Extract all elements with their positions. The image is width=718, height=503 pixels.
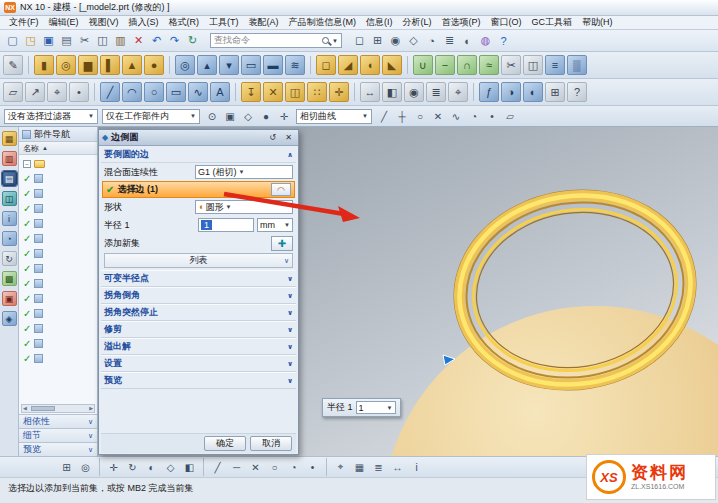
- navigator-tree-row[interactable]: ✓: [19, 306, 97, 321]
- snap-tangent-icon[interactable]: ∿: [448, 108, 464, 124]
- snap-quadrant-icon[interactable]: ◔: [466, 108, 482, 124]
- menu-item-7[interactable]: 产品制造信息(M): [284, 16, 362, 29]
- checkbox-checked-icon[interactable]: ✓: [23, 279, 31, 289]
- hd3d-tools-icon[interactable]: i: [2, 211, 17, 226]
- show-hide-objects-icon[interactable]: ◉: [404, 82, 424, 102]
- constraint-navigator-icon[interactable]: ▥: [2, 151, 17, 166]
- help-icon[interactable]: ?: [495, 32, 512, 49]
- navigator-tree-row[interactable]: −: [19, 156, 97, 171]
- checkbox-checked-icon[interactable]: ✓: [23, 204, 31, 214]
- pattern-feature-icon[interactable]: ∷: [307, 82, 327, 102]
- undo-icon[interactable]: ↶: [148, 32, 165, 49]
- object-display-edit-icon[interactable]: ◑: [501, 82, 521, 102]
- touch-mode-icon[interactable]: ◻: [351, 32, 368, 49]
- redo-icon[interactable]: ↷: [166, 32, 183, 49]
- open-file-icon[interactable]: ◳: [22, 32, 39, 49]
- snap-intersection-icon[interactable]: ✕: [430, 108, 446, 124]
- menu-item-9[interactable]: 分析(L): [398, 16, 437, 29]
- dialog-section-overflow-resolution[interactable]: 溢出解∨: [101, 338, 296, 355]
- snap-point-icon[interactable]: •: [304, 459, 321, 476]
- wireframe-view-icon[interactable]: ◇: [162, 459, 179, 476]
- fit-view-icon[interactable]: ⊞: [58, 459, 75, 476]
- arc-icon[interactable]: ◠: [122, 82, 142, 102]
- select-edge-icon[interactable]: ◇: [240, 108, 256, 124]
- cylinder-icon[interactable]: ▌: [100, 55, 120, 75]
- info-icon[interactable]: i: [408, 459, 425, 476]
- help-context-icon[interactable]: ?: [567, 82, 587, 102]
- subtract-icon[interactable]: −: [435, 55, 455, 75]
- snap-midpoint-icon[interactable]: ─: [228, 459, 245, 476]
- dialog-section-corner-setback[interactable]: 拐角倒角∨: [101, 287, 296, 304]
- snapshot-icon[interactable]: ◔: [423, 32, 440, 49]
- wcs-icon[interactable]: ⌖: [332, 459, 349, 476]
- snap-endpoint-icon[interactable]: ╱: [209, 459, 226, 476]
- select-face-icon[interactable]: ▣: [222, 108, 238, 124]
- block-icon[interactable]: ▆: [78, 55, 98, 75]
- navigator-tree-row[interactable]: ✓: [19, 291, 97, 306]
- snap-quadrant-icon[interactable]: ◔: [285, 459, 302, 476]
- snap-endpoint-icon[interactable]: ╱: [376, 108, 392, 124]
- revolve-icon[interactable]: ◎: [56, 55, 76, 75]
- section-view-icon[interactable]: ◧: [181, 459, 198, 476]
- internet-explorer-icon[interactable]: ◔: [2, 231, 17, 246]
- pan-icon[interactable]: ✛: [105, 459, 122, 476]
- layer-visible-icon[interactable]: ≣: [370, 459, 387, 476]
- navigator-tree-row[interactable]: ✓: [19, 216, 97, 231]
- trim-body-icon[interactable]: ✂: [501, 55, 521, 75]
- show-hide-icon[interactable]: ◉: [387, 32, 404, 49]
- dialog-header[interactable]: ◆ 边倒圆 ↺ ✕: [99, 130, 298, 146]
- checkbox-checked-icon[interactable]: ✓: [23, 309, 31, 319]
- menu-item-11[interactable]: 窗口(O): [486, 16, 527, 29]
- edge-blend-icon[interactable]: ◖: [360, 55, 380, 75]
- menu-item-4[interactable]: 格式(R): [164, 16, 205, 29]
- copy-icon[interactable]: ◫: [94, 32, 111, 49]
- menu-item-8[interactable]: 信息(I): [361, 16, 398, 29]
- snap-center-icon[interactable]: ○: [412, 108, 428, 124]
- new-file-icon[interactable]: ▢: [4, 32, 21, 49]
- measure-distance-icon[interactable]: ↔: [360, 82, 380, 102]
- menu-item-6[interactable]: 装配(A): [244, 16, 284, 29]
- checkbox-checked-icon[interactable]: ✓: [23, 249, 31, 259]
- sphere-icon[interactable]: ●: [144, 55, 164, 75]
- navigator-tree-row[interactable]: ✓: [19, 186, 97, 201]
- checkbox-checked-icon[interactable]: ✓: [23, 294, 31, 304]
- checkbox-checked-icon[interactable]: ✓: [23, 339, 31, 349]
- menu-item-5[interactable]: 工具(T): [204, 16, 244, 29]
- datum-csys-icon[interactable]: ⌖: [47, 82, 67, 102]
- menu-item-3[interactable]: 插入(S): [124, 16, 164, 29]
- intersection-curve-icon[interactable]: ✕: [263, 82, 283, 102]
- shape-dropdown[interactable]: ◖ 圆形 ▼: [195, 200, 293, 214]
- shaded-view-icon[interactable]: ◐: [143, 459, 160, 476]
- cancel-button[interactable]: 取消: [250, 436, 292, 451]
- command-finder-combo[interactable]: 查找命令 ▼: [210, 33, 342, 48]
- point-icon[interactable]: •: [69, 82, 89, 102]
- repeat-command-icon[interactable]: ↻: [184, 32, 201, 49]
- chamfer-icon[interactable]: ◣: [382, 55, 402, 75]
- scroll-left-icon[interactable]: ◀: [23, 405, 27, 412]
- navigator-tree-row[interactable]: ✓: [19, 276, 97, 291]
- boss-icon[interactable]: ▴: [197, 55, 217, 75]
- text-icon[interactable]: A: [210, 82, 230, 102]
- navigator-tree-row[interactable]: ✓: [19, 201, 97, 216]
- menu-item-0[interactable]: 文件(F): [4, 16, 44, 29]
- tree-expander-icon[interactable]: −: [23, 160, 31, 168]
- orient-view-icon[interactable]: ◇: [405, 32, 422, 49]
- checkbox-checked-icon[interactable]: ✓: [23, 264, 31, 274]
- offset-surface-icon[interactable]: ≡: [545, 55, 565, 75]
- project-curve-icon[interactable]: ↧: [241, 82, 261, 102]
- scrollbar-thumb[interactable]: [31, 406, 55, 411]
- assembly-navigator-icon[interactable]: ▦: [2, 131, 17, 146]
- curve-rule-dropdown[interactable]: 相切曲线 ▼: [296, 109, 372, 124]
- expressions-icon[interactable]: ƒ: [479, 82, 499, 102]
- thicken-icon[interactable]: ▒: [567, 55, 587, 75]
- snap-existing-point-icon[interactable]: •: [484, 108, 500, 124]
- sew-icon[interactable]: ≈: [479, 55, 499, 75]
- add-new-set-button[interactable]: ✚: [271, 236, 293, 251]
- menu-item-13[interactable]: 帮助(H): [577, 16, 618, 29]
- dialog-section-stop-short-of-corner[interactable]: 拐角突然停止∨: [101, 304, 296, 321]
- section-edges-to-blend[interactable]: 要倒圆的边 ∧: [101, 147, 296, 163]
- layer-icon[interactable]: ≣: [426, 82, 446, 102]
- navigator-tree-row[interactable]: ✓: [19, 171, 97, 186]
- zoom-icon[interactable]: ◎: [77, 459, 94, 476]
- menu-item-12[interactable]: GC工具箱: [527, 16, 578, 29]
